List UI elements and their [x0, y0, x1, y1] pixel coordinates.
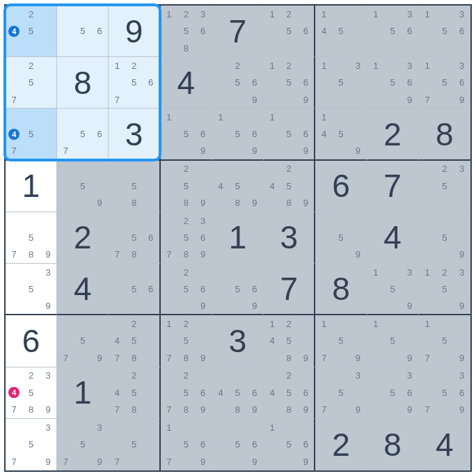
cell-r4-c8[interactable]: 7	[367, 161, 419, 212]
cell-r4-c4[interactable]: 2589	[161, 161, 212, 212]
cell-r8-c7[interactable]: 3579	[315, 367, 367, 419]
cell-r1-c4[interactable]: 123568	[161, 6, 212, 57]
cell-r3-c7[interactable]: 1459	[315, 109, 367, 160]
cell-r2-c6[interactable]: 12569	[264, 57, 315, 109]
candidate: 3	[401, 57, 418, 74]
cell-r7-c5[interactable]: 3	[212, 315, 264, 367]
candidates: 2345789	[6, 367, 56, 418]
candidate: 1	[264, 57, 280, 74]
cell-r6-c8[interactable]: 1359	[367, 264, 419, 315]
candidate: 9	[246, 453, 263, 470]
cell-r2-c2[interactable]: 8	[57, 57, 109, 109]
candidate: 5	[333, 229, 349, 246]
cell-r1-c2[interactable]: 56	[57, 6, 109, 57]
cell-r8-c1[interactable]: 2345789	[6, 367, 57, 419]
cell-r3-c1[interactable]: 457	[6, 109, 57, 160]
cell-r7-c4[interactable]: 125789	[161, 315, 212, 367]
cell-r9-c3[interactable]: 57	[109, 419, 160, 470]
candidates: 2569	[212, 57, 263, 108]
cell-r9-c6[interactable]: 1569	[264, 419, 315, 470]
cell-r2-c4[interactable]: 4	[161, 57, 212, 109]
cell-r2-c1[interactable]: 257	[6, 57, 57, 109]
cell-r3-c2[interactable]: 567	[57, 109, 109, 160]
cell-r1-c3[interactable]: 9	[109, 6, 160, 57]
cell-r8-c9[interactable]: 35679	[419, 367, 470, 419]
cell-r6-c6[interactable]: 7	[264, 264, 315, 315]
cell-r7-c1[interactable]: 6	[6, 315, 57, 367]
candidate: 8	[126, 401, 143, 418]
cell-r9-c1[interactable]: 3579	[6, 419, 57, 470]
cell-r5-c4[interactable]: 2356789	[161, 212, 212, 264]
cell-r3-c3[interactable]: 3	[109, 109, 160, 160]
cell-r6-c1[interactable]: 359	[6, 264, 57, 315]
cell-r7-c3[interactable]: 24578	[109, 315, 160, 367]
cell-r2-c5[interactable]: 2569	[212, 57, 264, 109]
candidate: 1	[264, 419, 280, 436]
cell-r9-c8[interactable]: 8	[367, 419, 419, 470]
candidate: 1	[419, 264, 436, 280]
cell-r7-c9[interactable]: 1579	[419, 315, 470, 367]
cell-r5-c2[interactable]: 2	[57, 212, 109, 264]
cell-r4-c3[interactable]: 58	[109, 161, 160, 212]
candidate: 3	[453, 367, 470, 384]
candidate: 3	[453, 161, 470, 177]
cell-r9-c9[interactable]: 4	[419, 419, 470, 470]
cell-r1-c8[interactable]: 1356	[367, 6, 419, 57]
cell-r3-c9[interactable]: 8	[419, 109, 470, 160]
sudoku-board[interactable]: 2455691235687125614513561356257812567425…	[4, 4, 472, 472]
cell-r1-c6[interactable]: 1256	[264, 6, 315, 57]
cell-r2-c8[interactable]: 13569	[367, 57, 419, 109]
cell-r1-c7[interactable]: 145	[315, 6, 367, 57]
cell-r6-c4[interactable]: 2569	[161, 264, 212, 315]
cell-r4-c1[interactable]: 1	[6, 161, 57, 212]
cell-r6-c3[interactable]: 56	[109, 264, 160, 315]
candidate: 6	[246, 436, 263, 454]
cell-r8-c6[interactable]: 245689	[264, 367, 315, 419]
cell-r9-c5[interactable]: 569	[212, 419, 264, 470]
cell-r5-c9[interactable]: 59	[419, 212, 470, 264]
cell-r9-c4[interactable]: 15679	[161, 419, 212, 470]
cell-r7-c8[interactable]: 159	[367, 315, 419, 367]
cell-r7-c2[interactable]: 579	[57, 315, 109, 367]
cell-r5-c1[interactable]: 5789	[6, 212, 57, 264]
cell-r3-c4[interactable]: 1569	[161, 109, 212, 160]
cell-r8-c2[interactable]: 1	[57, 367, 109, 419]
cell-r4-c7[interactable]: 6	[315, 161, 367, 212]
cell-r5-c3[interactable]: 5678	[109, 212, 160, 264]
cell-r3-c6[interactable]: 1569	[264, 109, 315, 160]
cell-r4-c2[interactable]: 59	[57, 161, 109, 212]
cell-r5-c8[interactable]: 4	[367, 212, 419, 264]
cell-r1-c1[interactable]: 245	[6, 6, 57, 57]
cell-r3-c8[interactable]: 2	[367, 109, 419, 160]
cell-r4-c9[interactable]: 235	[419, 161, 470, 212]
candidate: 6	[453, 74, 470, 91]
cell-r2-c9[interactable]: 135679	[419, 57, 470, 109]
cell-value: 3	[229, 322, 247, 360]
cell-r6-c9[interactable]: 12359	[419, 264, 470, 315]
cell-r8-c5[interactable]: 45689	[212, 367, 264, 419]
cell-r9-c2[interactable]: 3579	[57, 419, 109, 470]
cell-r5-c7[interactable]: 59	[315, 212, 367, 264]
cell-r2-c3[interactable]: 12567	[109, 57, 160, 109]
cell-r8-c3[interactable]: 24578	[109, 367, 160, 419]
cell-r6-c7[interactable]: 8	[315, 264, 367, 315]
cell-r5-c5[interactable]: 1	[212, 212, 264, 264]
cell-r8-c8[interactable]: 3569	[367, 367, 419, 419]
candidate: 1	[212, 109, 229, 125]
cell-r2-c7[interactable]: 135	[315, 57, 367, 109]
candidate: 5	[177, 280, 194, 297]
cell-r4-c6[interactable]: 24589	[264, 161, 315, 212]
cell-r1-c5[interactable]: 7	[212, 6, 264, 57]
cell-r3-c5[interactable]: 1569	[212, 109, 264, 160]
cell-r6-c5[interactable]: 569	[212, 264, 264, 315]
cell-r4-c5[interactable]: 4589	[212, 161, 264, 212]
cell-r7-c7[interactable]: 1579	[315, 315, 367, 367]
cell-r8-c4[interactable]: 256789	[161, 367, 212, 419]
cell-r5-c6[interactable]: 3	[264, 212, 315, 264]
cell-r9-c7[interactable]: 2	[315, 419, 367, 470]
cell-r1-c9[interactable]: 1356	[419, 6, 470, 57]
cell-r6-c2[interactable]: 4	[57, 264, 109, 315]
candidate: 9	[349, 349, 366, 366]
cell-value: 1	[74, 374, 92, 411]
cell-r7-c6[interactable]: 124589	[264, 315, 315, 367]
